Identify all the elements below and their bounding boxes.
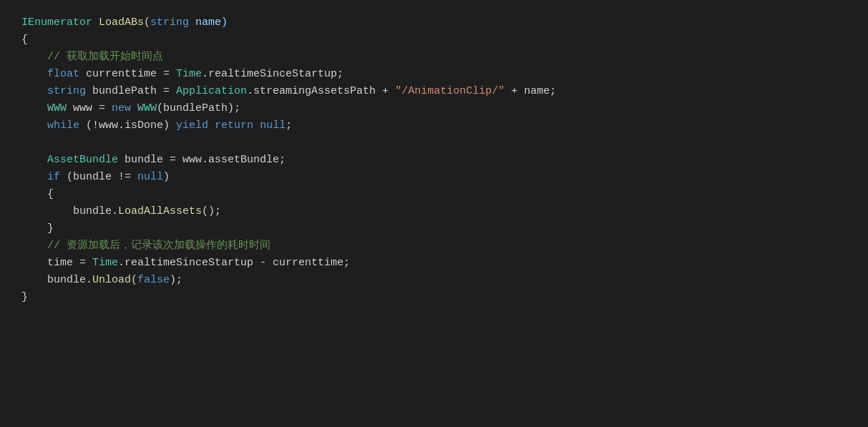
code-token-kw: string bbox=[47, 85, 86, 97]
code-token-plain bbox=[208, 119, 215, 132]
code-line: time = Time.realtimeSinceStartup - curre… bbox=[21, 255, 847, 272]
code-token-plain bbox=[253, 119, 260, 132]
code-line: // 资源加载后，记录该次加载操作的耗时时间 bbox=[21, 237, 847, 255]
code-token-kw: if bbox=[47, 171, 60, 183]
code-token-plain: (bundle != bbox=[60, 171, 137, 183]
code-token-plain: { bbox=[21, 188, 54, 200]
code-line: string bundlePath = Application.streamin… bbox=[21, 83, 847, 100]
code-token-plain bbox=[21, 85, 47, 97]
code-token-plain: .realtimeSinceStartup; bbox=[202, 68, 343, 80]
code-line: AssetBundle bundle = www.assetBundle; bbox=[21, 152, 847, 169]
code-line: { bbox=[21, 186, 847, 203]
code-token-plain: { bbox=[21, 34, 28, 46]
code-token-plain: ; bbox=[286, 119, 292, 132]
code-line: WWW www = new WWW(bundlePath); bbox=[21, 100, 847, 117]
code-token-type: WWW bbox=[47, 102, 67, 114]
code-token-plain: bundle. bbox=[21, 274, 92, 286]
code-token-string: "/AnimationClip/" bbox=[395, 85, 504, 97]
code-token-plain: bundle = www.assetBundle; bbox=[118, 154, 286, 166]
code-token-plain: } bbox=[21, 222, 54, 235]
code-token-comment: // 获取加载开始时间点 bbox=[47, 51, 163, 63]
code-line: } bbox=[21, 220, 847, 237]
code-token-plain bbox=[21, 102, 47, 114]
code-token-type: Time bbox=[176, 68, 202, 80]
code-line: bundle.LoadAllAssets(); bbox=[21, 203, 847, 220]
code-editor: IEnumerator LoadABs(string name){ // 获取加… bbox=[21, 14, 847, 306]
code-token-kw: float bbox=[47, 68, 79, 80]
code-line: if (bundle != null) bbox=[21, 169, 847, 186]
code-token-type: AssetBundle bbox=[47, 154, 118, 166]
code-token-kw: new bbox=[112, 102, 131, 114]
code-line: // 获取加载开始时间点 bbox=[21, 49, 847, 66]
code-token-plain: ) bbox=[163, 171, 170, 183]
code-token-plain: currenttime = bbox=[79, 68, 176, 80]
code-token-type: Time bbox=[92, 257, 118, 269]
code-line: IEnumerator LoadABs(string name) bbox=[21, 14, 847, 31]
code-token-plain: .streamingAssetsPath + bbox=[247, 85, 395, 97]
code-token-plain: time = bbox=[21, 257, 92, 269]
code-token-kw: return bbox=[215, 119, 253, 132]
code-token-plain: + name; bbox=[504, 85, 556, 97]
code-token-kw: yield bbox=[176, 119, 208, 132]
code-token-kw: while bbox=[47, 119, 79, 132]
code-token-plain: .realtimeSinceStartup - currenttime; bbox=[118, 257, 350, 269]
code-line: } bbox=[21, 289, 847, 306]
code-token-kw: false bbox=[137, 274, 170, 286]
code-token-kw: null bbox=[260, 119, 286, 132]
code-token-method: Unload bbox=[92, 274, 131, 286]
code-token-plain bbox=[21, 51, 47, 63]
code-token-plain bbox=[131, 102, 137, 114]
code-token-plain bbox=[21, 119, 47, 132]
code-token-method: LoadABs bbox=[99, 16, 144, 29]
code-token-plain bbox=[21, 68, 47, 80]
code-token-method: LoadAllAssets bbox=[118, 205, 202, 217]
code-token-plain bbox=[21, 240, 47, 252]
code-line bbox=[21, 134, 847, 152]
code-line: while (!www.isDone) yield return null; bbox=[21, 117, 847, 134]
code-token-plain bbox=[21, 154, 47, 166]
code-token-type: WWW bbox=[137, 102, 157, 114]
code-token-type: Application bbox=[176, 85, 247, 97]
code-token-plain: bundle. bbox=[21, 205, 118, 217]
code-token-plain bbox=[21, 171, 47, 183]
code-token-plain: www = bbox=[67, 102, 112, 114]
code-token-kw: null bbox=[137, 171, 163, 183]
code-token-plain: (); bbox=[202, 205, 221, 217]
code-token-plain: bundlePath = bbox=[86, 85, 176, 97]
code-token-kw: string bbox=[150, 16, 189, 29]
code-token-plain: ); bbox=[170, 274, 182, 286]
code-token-plain: } bbox=[21, 291, 28, 303]
code-token-plain: ( bbox=[131, 274, 137, 286]
code-token-type: IEnumerator bbox=[21, 16, 99, 29]
code-line: { bbox=[21, 31, 847, 49]
code-token-param: name) bbox=[189, 16, 228, 29]
code-line: float currenttime = Time.realtimeSinceSt… bbox=[21, 66, 847, 83]
code-token-plain: (!www.isDone) bbox=[79, 119, 176, 132]
code-token-comment: // 资源加载后，记录该次加载操作的耗时时间 bbox=[47, 240, 270, 252]
code-line: bundle.Unload(false); bbox=[21, 272, 847, 289]
code-token-plain: (bundlePath); bbox=[157, 102, 240, 114]
code-token-plain: ( bbox=[144, 16, 150, 29]
